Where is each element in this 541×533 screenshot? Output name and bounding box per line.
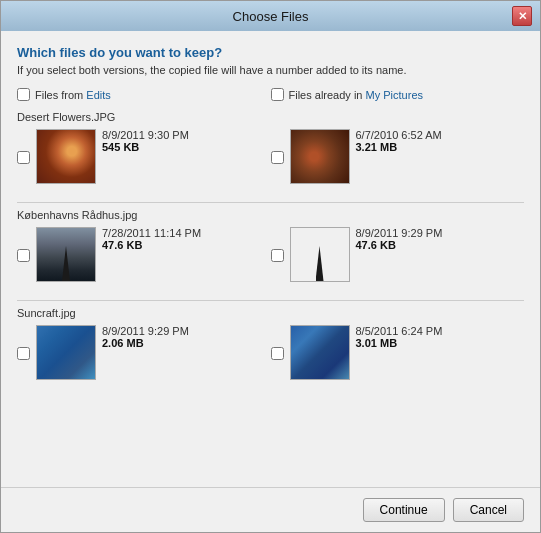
file-row-0: 8/9/2011 9:30 PM 545 KB 6/7/2010 6:52 AM… [17,129,524,184]
file-name-1: Københavns Rådhus.jpg [17,209,524,221]
right-column-checkbox[interactable] [271,88,284,101]
window-title: Choose Files [29,9,512,24]
file-info-right-1: 8/9/2011 9:29 PM 47.6 KB [356,227,443,251]
file-checkbox-left-0[interactable] [17,151,30,164]
right-column-header: Files already in My Pictures [271,88,525,101]
file-checkbox-right-1[interactable] [271,249,284,262]
columns-header: Files from Edits Files already in My Pic… [17,88,524,101]
file-checkbox-left-2[interactable] [17,347,30,360]
subtitle-text: If you select both versions, the copied … [17,64,524,76]
continue-button[interactable]: Continue [363,498,445,522]
file-col-right-1: 8/9/2011 9:29 PM 47.6 KB [271,227,525,282]
file-group-2: Suncraft.jpg 8/9/2011 9:29 PM 2.06 MB 8/… [17,307,524,384]
thumbnail-right-0 [290,129,350,184]
spire-left [62,246,70,281]
edits-link[interactable]: Edits [86,89,110,101]
file-col-left-1: 7/28/2011 11:14 PM 47.6 KB [17,227,271,282]
file-date-right-2: 8/5/2011 6:24 PM [356,325,443,337]
divider-2 [17,300,524,301]
dialog-content: Which files do you want to keep? If you … [1,31,540,487]
file-checkbox-right-2[interactable] [271,347,284,360]
divider-1 [17,202,524,203]
my-pictures-link[interactable]: My Pictures [366,89,423,101]
thumbnail-right-1 [290,227,350,282]
file-group-1: Københavns Rådhus.jpg 7/28/2011 11:14 PM… [17,209,524,286]
file-size-left-0: 545 KB [102,141,189,153]
thumbnail-left-1 [36,227,96,282]
file-date-left-2: 8/9/2011 9:29 PM [102,325,189,337]
cancel-button[interactable]: Cancel [453,498,524,522]
file-info-left-1: 7/28/2011 11:14 PM 47.6 KB [102,227,201,251]
file-col-left-2: 8/9/2011 9:29 PM 2.06 MB [17,325,271,380]
title-bar: Choose Files ✕ [1,1,540,31]
file-info-left-0: 8/9/2011 9:30 PM 545 KB [102,129,189,153]
file-checkbox-right-0[interactable] [271,151,284,164]
file-date-left-1: 7/28/2011 11:14 PM [102,227,201,239]
file-date-right-0: 6/7/2010 6:52 AM [356,129,442,141]
left-column-checkbox[interactable] [17,88,30,101]
left-column-header: Files from Edits [17,88,271,101]
file-name-2: Suncraft.jpg [17,307,524,319]
file-size-right-2: 3.01 MB [356,337,443,349]
file-date-right-1: 8/9/2011 9:29 PM [356,227,443,239]
file-col-right-0: 6/7/2010 6:52 AM 3.21 MB [271,129,525,184]
file-size-right-1: 47.6 KB [356,239,443,251]
file-date-left-0: 8/9/2011 9:30 PM [102,129,189,141]
file-col-left-0: 8/9/2011 9:30 PM 545 KB [17,129,271,184]
file-size-right-0: 3.21 MB [356,141,442,153]
file-row-2: 8/9/2011 9:29 PM 2.06 MB 8/5/2011 6:24 P… [17,325,524,380]
file-info-right-2: 8/5/2011 6:24 PM 3.01 MB [356,325,443,349]
file-size-left-1: 47.6 KB [102,239,201,251]
file-size-left-2: 2.06 MB [102,337,189,349]
file-row-1: 7/28/2011 11:14 PM 47.6 KB 8/9/2011 9:29… [17,227,524,282]
file-name-0: Desert Flowers.JPG [17,111,524,123]
dialog-footer: Continue Cancel [1,487,540,532]
thumbnail-right-2 [290,325,350,380]
thumbnail-left-2 [36,325,96,380]
close-button[interactable]: ✕ [512,6,532,26]
file-checkbox-left-1[interactable] [17,249,30,262]
file-col-right-2: 8/5/2011 6:24 PM 3.01 MB [271,325,525,380]
thumbnail-left-0 [36,129,96,184]
question-text: Which files do you want to keep? [17,45,524,60]
file-info-right-0: 6/7/2010 6:52 AM 3.21 MB [356,129,442,153]
file-group-0: Desert Flowers.JPG 8/9/2011 9:30 PM 545 … [17,111,524,188]
spire-right [316,246,324,281]
dialog-window: Choose Files ✕ Which files do you want t… [0,0,541,533]
file-info-left-2: 8/9/2011 9:29 PM 2.06 MB [102,325,189,349]
